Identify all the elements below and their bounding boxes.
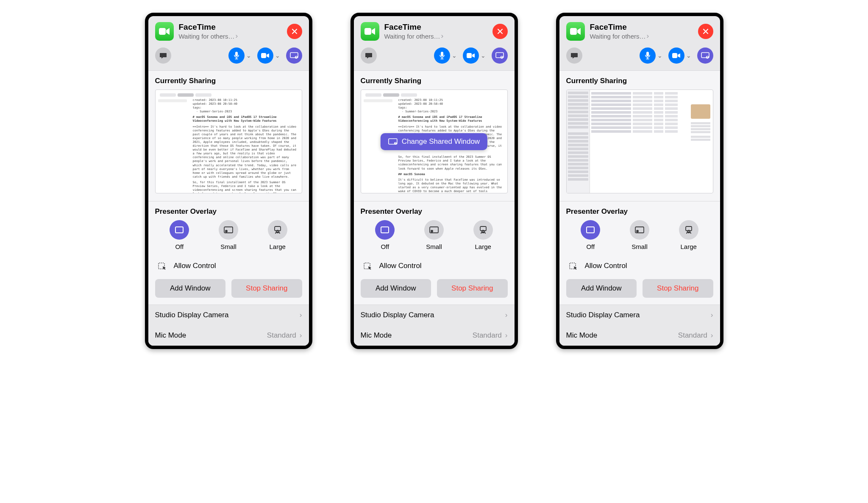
stop-sharing-button[interactable]: Stop Sharing bbox=[643, 279, 713, 298]
svg-rect-27 bbox=[570, 28, 577, 35]
mic-group: ⌄ bbox=[640, 48, 662, 64]
sharing-preview[interactable]: created: 2023-08 10:11:25updated: 2023-0… bbox=[155, 89, 302, 193]
svg-rect-12 bbox=[364, 28, 371, 35]
svg-rect-1 bbox=[235, 52, 238, 56]
facetime-share-panel-hover: FaceTime Waiting for others… › ⌄ ⌄ bbox=[351, 13, 518, 349]
mic-mode-row[interactable]: Mic Mode Standard › bbox=[354, 325, 515, 346]
overlay-small-icon bbox=[630, 220, 649, 240]
stop-sharing-button[interactable]: Stop Sharing bbox=[231, 279, 302, 298]
chevron-right-icon: › bbox=[300, 331, 302, 340]
camera-row[interactable]: Studio Display Camera › bbox=[148, 305, 309, 325]
sharing-preview[interactable]: created: 2023-08 10:11:25updated: 2023-0… bbox=[361, 89, 508, 193]
svg-point-17 bbox=[501, 56, 502, 57]
svg-rect-13 bbox=[441, 52, 443, 56]
overlay-large[interactable]: Large bbox=[679, 220, 698, 250]
presenter-overlay-title: Presenter Overlay bbox=[361, 207, 508, 216]
facetime-app-icon bbox=[566, 22, 585, 41]
camera-row[interactable]: Studio Display Camera › bbox=[559, 305, 720, 325]
overlay-small[interactable]: Small bbox=[630, 220, 649, 250]
overlay-off-icon bbox=[581, 220, 600, 240]
currently-sharing-title: Currently Sharing bbox=[361, 77, 508, 85]
mic-button[interactable] bbox=[434, 48, 450, 64]
svg-rect-6 bbox=[175, 227, 183, 233]
facetime-app-icon bbox=[155, 22, 174, 41]
svg-rect-33 bbox=[587, 227, 594, 233]
chevron-right-icon: › bbox=[647, 32, 649, 40]
video-camera-icon bbox=[261, 53, 270, 59]
close-button[interactable] bbox=[287, 24, 302, 39]
overlay-large-icon bbox=[268, 220, 287, 240]
svg-rect-0 bbox=[159, 28, 166, 35]
chevron-right-icon: › bbox=[711, 331, 713, 340]
sharing-preview-finder[interactable] bbox=[566, 89, 713, 193]
chevron-down-icon[interactable]: ⌄ bbox=[275, 52, 280, 59]
overlay-off[interactable]: Off bbox=[581, 220, 600, 250]
speech-bubble-icon bbox=[570, 52, 578, 59]
add-window-button[interactable]: Add Window bbox=[155, 279, 226, 298]
chevron-down-icon[interactable]: ⌄ bbox=[657, 52, 662, 59]
mic-mode-row[interactable]: Mic Mode Standard › bbox=[148, 325, 309, 346]
mic-button[interactable] bbox=[640, 48, 656, 64]
chevron-right-icon: › bbox=[441, 32, 444, 40]
stop-sharing-button[interactable]: Stop Sharing bbox=[437, 279, 508, 298]
camera-button[interactable] bbox=[257, 48, 273, 64]
screen-share-icon bbox=[290, 52, 298, 59]
currently-sharing-section: Currently Sharing created: 2023-08 10:11… bbox=[354, 70, 515, 201]
share-screen-button[interactable] bbox=[697, 48, 713, 64]
settings-list: Studio Display Camera › Mic Mode Standar… bbox=[559, 305, 720, 346]
overlay-off[interactable]: Off bbox=[375, 220, 395, 250]
call-toolbar: ⌄ ⌄ bbox=[148, 43, 309, 70]
share-screen-button[interactable] bbox=[286, 48, 302, 64]
share-buttons: Add Window Stop Sharing bbox=[155, 279, 302, 298]
chevron-down-icon[interactable]: ⌄ bbox=[686, 52, 691, 59]
svg-point-23 bbox=[431, 230, 433, 232]
share-screen-button[interactable] bbox=[492, 48, 508, 64]
close-button[interactable] bbox=[698, 24, 713, 39]
app-subtitle[interactable]: Waiting for others… › bbox=[384, 32, 487, 40]
chevron-right-icon: › bbox=[505, 331, 508, 340]
camera-group: ⌄ bbox=[463, 48, 486, 64]
microphone-icon bbox=[439, 51, 445, 60]
mic-mode-row[interactable]: Mic Mode Standard › bbox=[559, 325, 720, 346]
app-subtitle[interactable]: Waiting for others… › bbox=[179, 32, 282, 40]
add-window-button[interactable]: Add Window bbox=[566, 279, 637, 298]
header-text: FaceTime Waiting for others… › bbox=[179, 22, 282, 40]
chevron-down-icon[interactable]: ⌄ bbox=[452, 52, 457, 59]
close-button[interactable] bbox=[492, 24, 508, 39]
overlay-small-icon bbox=[219, 220, 238, 240]
allow-control-row[interactable]: Allow Control bbox=[155, 254, 302, 273]
messages-button[interactable] bbox=[361, 48, 377, 64]
add-window-button[interactable]: Add Window bbox=[361, 279, 431, 298]
presenter-overlay-title: Presenter Overlay bbox=[566, 207, 713, 216]
camera-group: ⌄ bbox=[668, 48, 691, 64]
header: FaceTime Waiting for others… › bbox=[559, 16, 720, 43]
messages-button[interactable] bbox=[566, 48, 582, 64]
currently-sharing-title: Currently Sharing bbox=[155, 77, 302, 85]
chevron-down-icon[interactable]: ⌄ bbox=[481, 52, 486, 59]
presenter-overlay-section: Presenter Overlay Off Small Large Allow … bbox=[354, 201, 515, 305]
mic-button[interactable] bbox=[228, 48, 245, 64]
close-icon bbox=[497, 28, 504, 35]
app-subtitle[interactable]: Waiting for others… › bbox=[590, 32, 693, 40]
allow-control-row[interactable]: Allow Control bbox=[566, 254, 713, 273]
allow-control-icon bbox=[362, 260, 373, 271]
overlay-small-icon bbox=[424, 220, 444, 240]
presenter-overlay-section: Presenter Overlay Off Small Large Allow … bbox=[559, 201, 720, 305]
camera-button[interactable] bbox=[463, 48, 479, 64]
overlay-large[interactable]: Large bbox=[473, 220, 493, 250]
allow-control-row[interactable]: Allow Control bbox=[361, 254, 508, 273]
overlay-off-icon bbox=[375, 220, 395, 240]
svg-point-32 bbox=[707, 56, 707, 57]
camera-button[interactable] bbox=[668, 48, 684, 64]
header-text: FaceTime Waiting for others… › bbox=[384, 22, 487, 40]
change-shared-window-button[interactable]: Change Shared Window bbox=[381, 133, 487, 150]
overlay-small[interactable]: Small bbox=[219, 220, 238, 250]
overlay-large[interactable]: Large bbox=[268, 220, 287, 250]
chevron-right-icon: › bbox=[505, 311, 508, 319]
overlay-small[interactable]: Small bbox=[424, 220, 444, 250]
overlay-off[interactable]: Off bbox=[170, 220, 189, 250]
camera-row[interactable]: Studio Display Camera › bbox=[354, 305, 515, 325]
chevron-down-icon[interactable]: ⌄ bbox=[246, 52, 251, 59]
presenter-overlay-options: Off Small Large bbox=[566, 220, 713, 250]
messages-button[interactable] bbox=[155, 48, 171, 64]
